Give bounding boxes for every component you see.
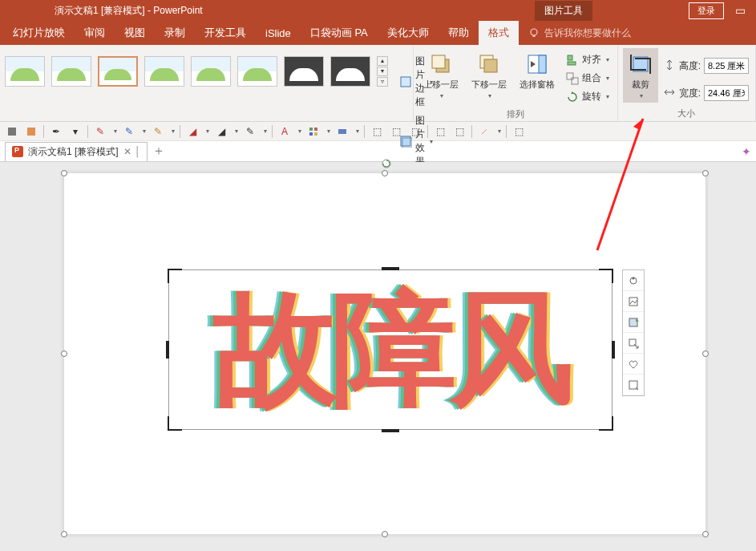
chevron-down-icon: ▾ bbox=[488, 92, 491, 99]
qat-pen2[interactable]: ✎ bbox=[122, 124, 136, 139]
star-icon[interactable]: ✦ bbox=[742, 145, 751, 158]
sel-handle[interactable] bbox=[702, 170, 709, 176]
tab-format[interactable]: 格式 bbox=[479, 21, 519, 45]
qat-pen3[interactable]: ✎ bbox=[151, 124, 165, 139]
width-input[interactable] bbox=[704, 85, 749, 101]
tab-review[interactable]: 审阅 bbox=[75, 21, 115, 45]
height-input[interactable] bbox=[704, 58, 749, 74]
crop-handle[interactable] bbox=[599, 416, 613, 431]
qat-a7[interactable]: ⬚ bbox=[511, 124, 526, 139]
style-thumb-1[interactable] bbox=[5, 56, 45, 87]
rotate-icon bbox=[566, 91, 579, 103]
close-tab-icon[interactable]: ✕ bbox=[123, 146, 131, 157]
svg-rect-10 bbox=[484, 59, 497, 72]
qat-fill3[interactable]: ✎ bbox=[243, 124, 257, 139]
qat-2[interactable] bbox=[24, 124, 38, 139]
doc-tab[interactable]: 演示文稿1 [兼容模式] ✕ │ bbox=[5, 142, 148, 161]
chevron-down-icon: ▾ bbox=[440, 92, 443, 99]
qat-grid[interactable] bbox=[306, 124, 321, 139]
flyout-option-3[interactable] bbox=[623, 312, 644, 333]
qat-font[interactable]: A bbox=[277, 124, 292, 139]
crop-handle[interactable] bbox=[168, 269, 182, 283]
tab-slideshow[interactable]: 幻灯片放映 bbox=[3, 21, 75, 45]
qat-a1[interactable]: ⬚ bbox=[370, 124, 384, 139]
tab-beautify[interactable]: 美化大师 bbox=[378, 21, 439, 45]
flyout-option-6[interactable] bbox=[623, 375, 644, 395]
flyout-option-5[interactable] bbox=[623, 354, 644, 375]
flyout-option-2[interactable] bbox=[623, 291, 644, 312]
tab-dev[interactable]: 开发工具 bbox=[195, 21, 256, 45]
sel-handle[interactable] bbox=[382, 531, 388, 537]
qat-a5[interactable]: ⬚ bbox=[452, 124, 467, 139]
tab-record[interactable]: 录制 bbox=[155, 21, 195, 45]
chevron-down-icon: ▾ bbox=[606, 75, 609, 82]
slide[interactable]: 故障风 bbox=[64, 173, 705, 534]
qat-pen[interactable]: ✎ bbox=[93, 124, 107, 139]
style-thumb-5[interactable] bbox=[191, 56, 231, 87]
sel-handle[interactable] bbox=[702, 350, 709, 357]
add-tab-button[interactable]: ＋ bbox=[152, 143, 165, 160]
crop-handle[interactable] bbox=[382, 429, 399, 432]
flyout-option-4[interactable] bbox=[623, 333, 644, 354]
tab-help[interactable]: 帮助 bbox=[439, 21, 479, 45]
svg-point-0 bbox=[531, 29, 537, 35]
svg-rect-14 bbox=[568, 62, 576, 65]
qat-fill[interactable]: ◢ bbox=[185, 124, 200, 139]
qat-eyedropper[interactable]: ✒ bbox=[49, 124, 63, 139]
login-button[interactable]: 登录 bbox=[689, 2, 724, 19]
svg-rect-16 bbox=[572, 78, 578, 84]
crop-handle[interactable] bbox=[382, 267, 399, 270]
style-thumb-7[interactable] bbox=[284, 56, 324, 87]
gallery-scroll-down[interactable]: ▾ bbox=[377, 67, 388, 76]
flyout-option-1[interactable] bbox=[623, 270, 644, 291]
qat-a6[interactable]: ⟋ bbox=[477, 124, 491, 139]
rotate-button[interactable]: 旋转▾ bbox=[563, 88, 612, 105]
pin-tab-icon[interactable]: │ bbox=[135, 146, 141, 157]
sel-handle[interactable] bbox=[702, 531, 709, 537]
ribbon: ▴ ▾ ▿ 图片边框▾ 图片效果▾ 图片版式▾ 图片样式 上移一层▾ 下移一层▾… bbox=[0, 45, 756, 122]
svg-rect-15 bbox=[567, 73, 573, 79]
qat-a4[interactable]: ⬚ bbox=[433, 124, 447, 139]
crop-button[interactable]: 裁剪▾ bbox=[623, 48, 658, 103]
tab-view[interactable]: 视图 bbox=[115, 21, 155, 45]
style-thumb-2[interactable] bbox=[51, 56, 91, 87]
tab-islide[interactable]: iSlide bbox=[256, 22, 301, 44]
selected-image[interactable]: 故障风 bbox=[168, 269, 612, 430]
ribbon-display-options-icon[interactable]: ▭ bbox=[730, 4, 750, 17]
width-icon bbox=[663, 86, 676, 101]
crop-handle[interactable] bbox=[599, 269, 613, 283]
tell-me-search[interactable]: 告诉我你想要做什么 bbox=[528, 26, 631, 40]
style-thumb-3[interactable] bbox=[98, 56, 138, 87]
style-thumb-6[interactable] bbox=[237, 56, 277, 87]
height-icon bbox=[663, 59, 676, 74]
sel-handle[interactable] bbox=[61, 531, 67, 537]
send-backward-button[interactable]: 下移一层▾ bbox=[467, 48, 511, 103]
qat-dd[interactable]: ▾ bbox=[68, 124, 83, 139]
qat-a3[interactable]: ⬚ bbox=[408, 124, 422, 139]
align-button[interactable]: 对齐▾ bbox=[563, 51, 612, 68]
crop-handle[interactable] bbox=[166, 341, 169, 359]
qat-rect[interactable] bbox=[335, 124, 350, 139]
qat-1[interactable] bbox=[5, 124, 19, 139]
style-thumb-4[interactable] bbox=[144, 56, 184, 87]
crop-icon bbox=[628, 51, 653, 77]
qat-fill2[interactable]: ◢ bbox=[214, 124, 228, 139]
chevron-down-icon: ▾ bbox=[430, 138, 433, 145]
rotate-handle[interactable] bbox=[382, 159, 388, 165]
border-icon bbox=[399, 75, 412, 88]
sel-handle[interactable] bbox=[61, 170, 67, 176]
group-button[interactable]: 组合▾ bbox=[563, 70, 612, 87]
sel-handle[interactable] bbox=[61, 350, 67, 357]
qat-a2[interactable]: ⬚ bbox=[389, 124, 403, 139]
gallery-scroll-up[interactable]: ▴ bbox=[377, 56, 388, 66]
gallery-expand[interactable]: ▿ bbox=[377, 77, 388, 87]
tab-pocket[interactable]: 口袋动画 PA bbox=[301, 21, 378, 45]
style-thumb-8[interactable] bbox=[330, 56, 370, 87]
selection-pane-button[interactable]: 选择窗格 bbox=[515, 48, 560, 94]
crop-handle[interactable] bbox=[168, 416, 182, 431]
slide-canvas[interactable]: 故障风 bbox=[0, 162, 756, 551]
bring-forward-button[interactable]: 上移一层▾ bbox=[418, 48, 463, 103]
sel-handle[interactable] bbox=[382, 170, 388, 176]
picture-styles-gallery[interactable]: ▴ ▾ ▿ bbox=[5, 48, 388, 87]
crop-handle[interactable] bbox=[612, 341, 615, 359]
